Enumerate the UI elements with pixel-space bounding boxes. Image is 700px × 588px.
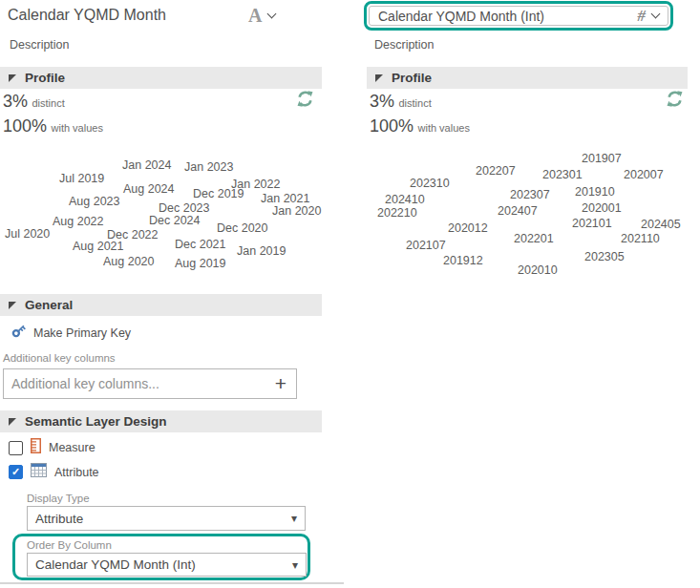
right-column-title-selector[interactable]: Calendar YQMD Month (Int) # bbox=[364, 1, 673, 31]
right-description-link[interactable]: Description bbox=[374, 38, 435, 52]
left-description-link[interactable]: Description bbox=[10, 38, 70, 52]
cloud-word: Aug 2019 bbox=[175, 257, 226, 270]
cloud-word: 202010 bbox=[518, 263, 558, 277]
cloud-word: 202305 bbox=[584, 250, 625, 263]
cloud-word: Aug 2020 bbox=[103, 255, 155, 268]
cloud-word: Dec 2024 bbox=[149, 214, 201, 227]
display-type-label: Display Type bbox=[27, 493, 90, 504]
left-type-selector[interactable]: A bbox=[248, 5, 275, 27]
cloud-word: Dec 2019 bbox=[193, 187, 244, 200]
measure-row: Measure bbox=[9, 438, 95, 457]
cloud-word: 202405 bbox=[641, 218, 681, 231]
distinct-label: distinct bbox=[32, 97, 64, 109]
with-values-value: 100% bbox=[370, 116, 414, 136]
additional-key-columns-label: Additional key columns bbox=[3, 352, 116, 364]
cloud-word: Aug 2023 bbox=[69, 195, 120, 208]
right-column-title: Calendar YQMD Month (Int) bbox=[378, 9, 544, 24]
dropdown-caret-icon: ▾ bbox=[291, 512, 297, 525]
attribute-label: Attribute bbox=[54, 466, 99, 479]
distinct-label: distinct bbox=[398, 97, 431, 109]
cloud-word: Jan 2019 bbox=[237, 244, 286, 258]
section-title: General bbox=[25, 298, 73, 312]
text-type-icon: A bbox=[248, 5, 262, 27]
cloud-word: Jan 2022 bbox=[231, 178, 280, 191]
add-key-column-button[interactable]: + bbox=[265, 369, 296, 398]
refresh-icon[interactable] bbox=[296, 90, 314, 112]
distinct-value: 3% bbox=[370, 92, 394, 111]
cloud-word: Jul 2019 bbox=[59, 172, 104, 185]
order-by-column-dropdown[interactable]: Calendar YQMD Month (Int) ▾ bbox=[27, 553, 307, 577]
chevron-down-icon bbox=[651, 10, 661, 19]
with-values-value: 100% bbox=[3, 116, 47, 136]
cloud-word: 202110 bbox=[621, 232, 660, 245]
attribute-checkbox[interactable] bbox=[9, 465, 23, 479]
cloud-word: Jan 2021 bbox=[261, 192, 309, 205]
cloud-word: 202207 bbox=[476, 164, 516, 178]
cloud-word: 202310 bbox=[410, 177, 450, 190]
cloud-word: 202101 bbox=[572, 217, 612, 230]
section-title: Semantic Layer Design bbox=[25, 414, 167, 429]
section-title: Profile bbox=[25, 71, 65, 85]
cloud-word: 202001 bbox=[582, 201, 622, 215]
attribute-row: Attribute bbox=[9, 463, 99, 481]
attribute-grid-icon bbox=[31, 463, 47, 481]
distinct-value: 3% bbox=[3, 92, 28, 111]
left-distinct-stat: 3% distinct bbox=[3, 92, 65, 112]
cloud-word: 202210 bbox=[377, 206, 417, 220]
number-type-icon: # bbox=[638, 7, 647, 26]
additional-key-columns-field: + bbox=[3, 368, 297, 399]
make-primary-key-label: Make Primary Key bbox=[33, 326, 131, 340]
display-type-value: Attribute bbox=[35, 512, 83, 526]
refresh-icon[interactable] bbox=[666, 90, 684, 112]
section-title: Profile bbox=[392, 71, 432, 85]
cloud-word: 201907 bbox=[582, 152, 622, 165]
cloud-word: 201910 bbox=[575, 185, 615, 199]
left-profile-section-header[interactable]: Profile bbox=[0, 67, 322, 89]
cloud-word: 202012 bbox=[448, 221, 488, 235]
cloud-word: 202407 bbox=[498, 204, 538, 218]
key-icon bbox=[11, 323, 27, 343]
right-with-values-stat: 100% with values bbox=[370, 116, 470, 136]
with-values-label: with values bbox=[52, 122, 103, 134]
chevron-down-icon bbox=[267, 10, 277, 19]
column-properties-panel: Calendar YQMD Month A Description Profil… bbox=[0, 0, 700, 588]
cloud-word: Jul 2020 bbox=[5, 227, 50, 241]
order-by-column-label: Order By Column bbox=[27, 539, 112, 551]
measure-ruler-icon bbox=[31, 438, 41, 457]
right-distinct-stat: 3% distinct bbox=[370, 92, 432, 112]
cloud-word: 201912 bbox=[443, 254, 483, 267]
cloud-word: Jan 2020 bbox=[272, 204, 321, 218]
cloud-word: Jan 2024 bbox=[122, 158, 171, 172]
make-primary-key-button[interactable]: Make Primary Key bbox=[11, 323, 131, 343]
cloud-word: 202301 bbox=[542, 168, 583, 181]
cloud-word: Aug 2024 bbox=[123, 182, 175, 196]
measure-label: Measure bbox=[49, 441, 95, 454]
bottom-divider bbox=[0, 582, 344, 584]
right-column-title-inner: Calendar YQMD Month (Int) # bbox=[369, 6, 668, 26]
collapse-triangle-icon bbox=[9, 302, 16, 309]
cloud-word: Aug 2021 bbox=[73, 240, 124, 253]
cloud-word: 202007 bbox=[624, 168, 664, 181]
order-by-column-value: Calendar YQMD Month (Int) bbox=[35, 557, 196, 572]
left-column-title[interactable]: Calendar YQMD Month bbox=[8, 7, 166, 24]
collapse-triangle-icon bbox=[375, 74, 383, 82]
cloud-word: 202201 bbox=[514, 232, 554, 245]
cloud-word: 202307 bbox=[510, 188, 550, 201]
right-profile-section-header[interactable]: Profile bbox=[367, 67, 688, 89]
cloud-word: Dec 2023 bbox=[159, 201, 210, 215]
general-section-header[interactable]: General bbox=[0, 294, 322, 316]
cloud-word: Dec 2022 bbox=[107, 228, 159, 242]
measure-checkbox[interactable] bbox=[9, 441, 23, 455]
left-with-values-stat: 100% with values bbox=[3, 116, 103, 136]
semantic-layer-design-section-header[interactable]: Semantic Layer Design bbox=[0, 410, 322, 432]
collapse-triangle-icon bbox=[9, 418, 16, 426]
cloud-word: Jan 2023 bbox=[184, 160, 233, 174]
with-values-label: with values bbox=[418, 122, 470, 134]
cloud-word: 202107 bbox=[406, 239, 446, 252]
display-type-dropdown[interactable]: Attribute ▾ bbox=[27, 506, 306, 531]
cloud-word: Dec 2021 bbox=[175, 238, 226, 251]
collapse-triangle-icon bbox=[9, 74, 16, 82]
additional-key-columns-input[interactable] bbox=[4, 376, 265, 391]
cloud-word: Aug 2022 bbox=[53, 215, 104, 228]
cloud-word: Dec 2020 bbox=[217, 221, 268, 235]
